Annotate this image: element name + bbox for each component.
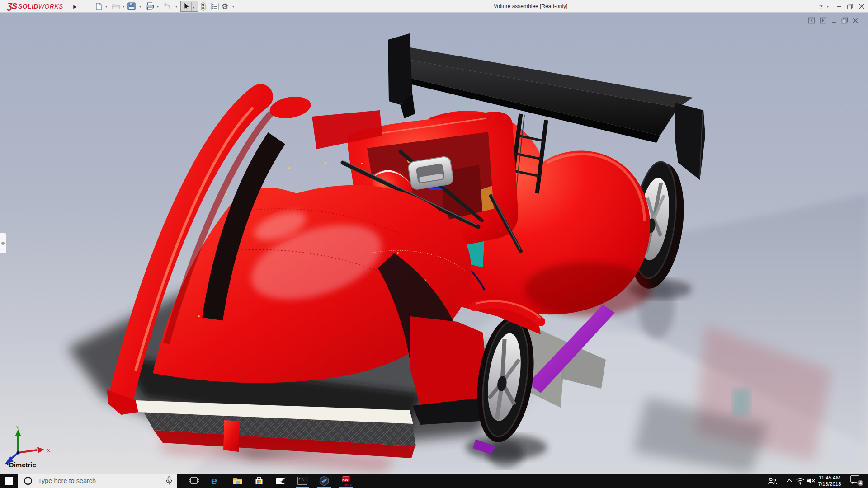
doc-minimize-icon[interactable] [831,17,837,24]
save-caret[interactable] [138,1,141,11]
print-caret[interactable] [156,1,159,11]
taskbar-clock[interactable]: 11:45 AM 7/13/2018 [814,474,845,487]
tray-date: 7/13/2018 [814,481,845,487]
document-window-controls [808,16,867,24]
rebuild-button[interactable] [200,1,206,11]
doc-restore-icon[interactable] [841,17,848,24]
taskbar-search[interactable]: Type here to search [18,474,177,488]
people-tray-icon[interactable] [766,474,778,488]
restore-button[interactable] [845,2,854,11]
taskbar-app-command-prompt[interactable]: C:\_ [292,474,313,488]
panel-splitter-tab[interactable] [0,233,6,253]
select-cursor-icon [183,2,190,10]
wing-endplate-left [388,33,412,105]
taskbar-app-edge[interactable]: e [205,474,226,488]
pane-right-icon[interactable] [820,17,827,24]
undo-icon [163,3,171,10]
task-view-button[interactable] [183,474,205,488]
svg-text:4: 4 [859,480,862,486]
command-prompt-icon: C:\_ [297,476,308,486]
solidworks-logo: ƷS SOLID WORKS [7,1,63,11]
y-axis-label: Y [16,425,20,431]
solidworks-logo-glyph: ƷS [7,2,17,11]
logo-separator [69,1,69,12]
svg-text:C:\_: C:\_ [299,478,306,481]
task-view-icon [189,476,199,485]
print-button[interactable] [146,1,154,11]
search-input[interactable]: Type here to search [38,477,165,484]
hexagon-app-icon [319,475,330,486]
undo-caret[interactable] [175,1,177,11]
windows-logo-icon [5,477,13,485]
tray-time: 11:45 AM [814,474,845,481]
solidworks-2017-icon: SW 2017 [340,475,352,487]
doc-close-icon[interactable] [852,17,859,24]
new-document-button[interactable] [95,1,103,11]
new-document-icon [95,3,103,10]
graphics-viewport[interactable]: Y X *Dimetric [0,13,868,474]
help-caret[interactable] [825,2,830,11]
options-caret[interactable] [231,1,234,11]
view-orientation-label: *Dimetric [6,461,36,469]
new-document-caret[interactable] [104,1,107,11]
orientation-triad: Y X [3,425,61,466]
microphone-icon[interactable] [165,476,173,485]
svg-text:e: e [211,475,217,487]
restore-icon [847,4,853,9]
print-icon [146,2,154,10]
taskbar-app-hexagon[interactable] [313,474,335,488]
mail-icon [275,476,286,485]
action-center-icon: 4 [849,474,864,487]
options-gear-icon[interactable]: ⚙ [222,1,228,11]
air-intake [408,156,454,190]
x-axis-label: X [47,447,51,454]
close-icon [859,4,864,9]
tray-chevron-icon[interactable] [783,474,795,488]
open-caret[interactable] [122,1,124,11]
start-button[interactable] [0,474,18,488]
titlebar: ƷS SOLID WORKS ▶ [0,0,868,13]
svg-text:SW: SW [342,477,349,482]
windows-taskbar: Type here to search e [0,474,868,488]
save-button[interactable] [127,1,136,11]
save-floppy-icon [127,2,136,10]
edge-icon: e [210,475,222,487]
taskbar-app-store[interactable] [248,474,270,488]
x-axis-arrow [37,447,44,453]
window-title: Voiture assemblee [Read-only] [494,3,567,9]
action-center-button[interactable]: 4 [846,474,867,488]
menu-flyout-arrow-icon[interactable]: ▶ [71,2,79,11]
open-button[interactable] [112,1,121,11]
store-icon [254,475,264,486]
taskbar-app-mail[interactable] [270,474,292,488]
open-folder-icon [112,3,121,10]
help-button[interactable]: ? [816,2,826,11]
splitter-dot [1,242,5,245]
undo-button[interactable] [163,1,171,11]
rebuild-traffic-light-icon [200,2,206,11]
select-caret[interactable] [192,2,194,10]
taskbar-app-file-explorer[interactable] [226,474,248,488]
pane-left-icon[interactable] [808,17,816,24]
race-car-3d-model[interactable] [0,13,868,474]
display-list-icon [211,3,219,10]
splitter-support [223,420,240,452]
taskbar-app-solidworks-2017[interactable]: SW 2017 [335,474,357,488]
cortana-icon [24,476,33,485]
display-list-button[interactable] [211,1,219,11]
minimize-button[interactable] [835,2,844,11]
file-explorer-icon [232,476,243,485]
wifi-icon[interactable] [794,474,806,488]
svg-text:2017: 2017 [344,483,352,487]
show-desktop-divider[interactable] [865,475,865,486]
close-button[interactable] [857,2,866,11]
select-tool-button[interactable] [180,1,198,12]
